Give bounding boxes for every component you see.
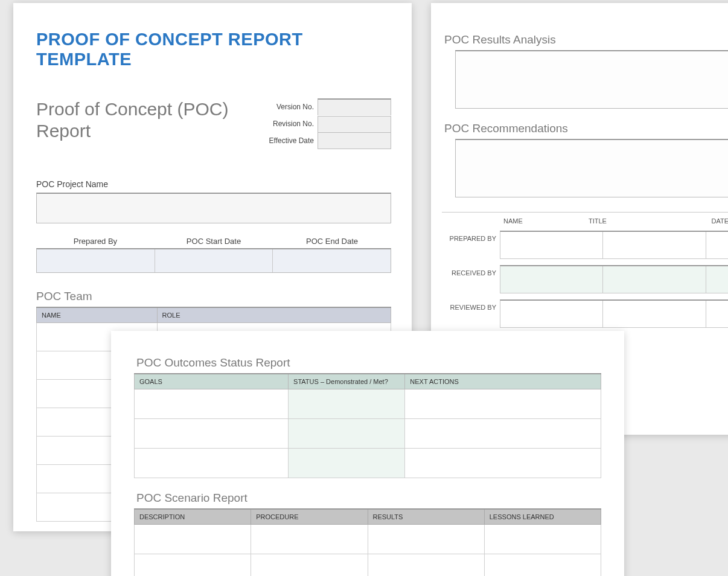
canvas: PROOF OF CONCEPT REPORT TEMPLATE Proof o…	[0, 0, 728, 576]
prepared-date-field[interactable]	[706, 232, 728, 258]
received-date-field[interactable]	[706, 266, 728, 293]
prepared-name-field[interactable]	[500, 232, 603, 258]
table-row	[135, 389, 601, 419]
scenario-header-desc: DESCRIPTION	[135, 509, 251, 525]
outcomes-header-status: STATUS – Demonstrated / Met?	[289, 374, 405, 389]
prepared-by-label: Prepared By	[36, 237, 155, 246]
reviewed-title-field[interactable]	[603, 301, 706, 327]
recommendations-field[interactable]	[455, 139, 728, 197]
scenario-table: DESCRIPTION PROCEDURE RESULTS LESSONS LE…	[134, 508, 601, 576]
outcomes-section-title: POC Outcomes Status Report	[136, 356, 601, 370]
prepared-title-field[interactable]	[603, 232, 706, 258]
outcomes-header-next: NEXT ACTIONS	[405, 374, 601, 389]
prepared-by-label: PREPARED BY	[442, 231, 500, 259]
scenario-header-res: RESULTS	[368, 509, 484, 525]
end-date-label: POC End Date	[273, 237, 391, 246]
effective-date-field[interactable]	[318, 132, 391, 149]
reviewed-name-field[interactable]	[500, 301, 603, 327]
scenario-header-proc: PROCEDURE	[251, 509, 368, 525]
scenario-header-lessons: LESSONS LEARNED	[484, 509, 601, 525]
document-title: PROOF OF CONCEPT REPORT TEMPLATE	[36, 30, 391, 69]
reviewed-date-field[interactable]	[706, 301, 728, 327]
sig-header-date: DATE	[686, 217, 729, 225]
table-row	[135, 419, 601, 449]
table-row	[135, 525, 601, 554]
document-subtitle: Proof of Concept (POC) Report	[36, 98, 258, 142]
version-no-field[interactable]	[318, 98, 391, 115]
revision-no-label: Revision No.	[258, 120, 318, 128]
project-name-field[interactable]	[36, 193, 391, 223]
results-analysis-field[interactable]	[455, 50, 728, 109]
results-section-title: POC Results Analysis	[444, 33, 728, 46]
effective-date-label: Effective Date	[258, 136, 318, 145]
sig-header-name: NAME	[499, 217, 584, 225]
recs-section-title: POC Recommendations	[444, 122, 728, 135]
sig-header-title: TITLE	[584, 217, 686, 225]
received-by-label: RECEIVED BY	[442, 265, 500, 293]
team-header-name: NAME	[37, 307, 158, 323]
reviewed-by-label: REVIEWED BY	[442, 299, 500, 328]
end-date-field[interactable]	[273, 249, 391, 272]
prepared-by-field[interactable]	[37, 249, 155, 272]
team-header-role: ROLE	[157, 307, 391, 323]
received-title-field[interactable]	[603, 266, 706, 293]
table-row	[135, 554, 601, 577]
start-date-label: POC Start Date	[155, 237, 273, 246]
scenario-section-title: POC Scenario Report	[136, 491, 601, 505]
revision-no-field[interactable]	[318, 116, 391, 132]
outcomes-header-goals: GOALS	[135, 374, 289, 389]
received-name-field[interactable]	[500, 266, 603, 293]
start-date-field[interactable]	[155, 249, 273, 272]
version-no-label: Version No.	[258, 103, 318, 111]
table-row	[135, 449, 601, 478]
project-name-label: POC Project Name	[36, 179, 391, 189]
page-3: POC Outcomes Status Report GOALS STATUS …	[111, 331, 624, 576]
outcomes-table: GOALS STATUS – Demonstrated / Met? NEXT …	[134, 373, 601, 478]
divider	[442, 212, 728, 213]
team-section-title: POC Team	[36, 290, 391, 303]
